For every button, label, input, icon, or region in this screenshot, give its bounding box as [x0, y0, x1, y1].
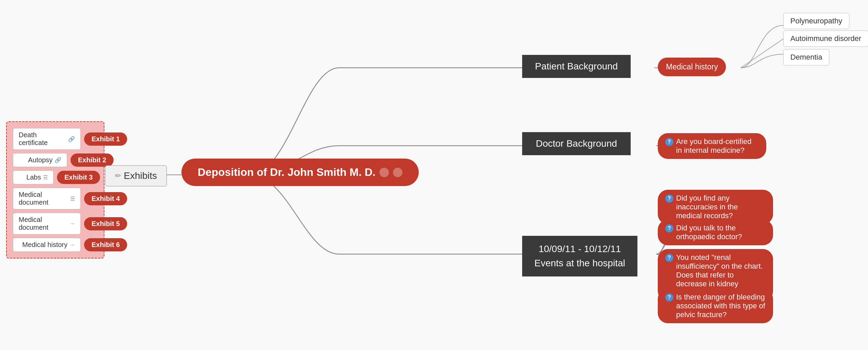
question-icon-4: ?: [665, 293, 673, 302]
link-icon-2: 🔗: [55, 157, 61, 163]
hospital-question-2[interactable]: ? Did you talk to the orthopaedic doctor…: [658, 220, 773, 245]
hospital-question-1[interactable]: ? Did you find any inaccuracies in the m…: [658, 190, 773, 224]
exhibit-row-2: Autopsy 🔗 Exhibit 2: [13, 153, 98, 167]
medical-item-autoimmune: Autoimmune disorder: [783, 30, 868, 47]
hospital-question-4[interactable]: ? Is there danger of bleeding associated…: [658, 289, 773, 323]
exhibit-row-5: Medical document → Exhibit 5: [13, 213, 98, 234]
svg-line-1: [741, 39, 783, 68]
exhibit-badge-3[interactable]: Exhibit 3: [57, 171, 100, 184]
arrow-icon-5: →: [70, 221, 75, 227]
question-icon-doctor: ?: [665, 138, 673, 146]
exhibit-badge-2[interactable]: Exhibit 2: [71, 153, 114, 167]
exhibit-row-4: Medical document ☰ Exhibit 4: [13, 188, 98, 209]
patient-background-node: Patient Background: [522, 55, 631, 78]
exhibit-badge-4[interactable]: Exhibit 4: [84, 192, 127, 205]
doctor-background-node: Doctor Background: [522, 132, 631, 155]
question-icon-1: ?: [665, 194, 673, 203]
link-icon-1: 🔗: [68, 136, 75, 142]
central-icon1: [379, 168, 389, 177]
exhibit-row-3: Labs ☰ Exhibit 3: [13, 170, 98, 184]
medical-item-polyneuropathy: Polyneuropathy: [783, 13, 849, 29]
doctor-question-pill[interactable]: ? Are you board-certified in internal me…: [658, 133, 766, 159]
central-label: Deposition of Dr. John Smith M. D.: [198, 166, 375, 179]
list-icon-4: ☰: [70, 195, 75, 202]
medical-history-pill[interactable]: Medical history: [658, 58, 726, 76]
central-node[interactable]: Deposition of Dr. John Smith M. D.: [181, 159, 419, 186]
exhibit-row-6: Medical history → Exhibit 6: [13, 238, 98, 252]
exhibit-doc-2: Autopsy 🔗: [13, 153, 67, 167]
question-icon-2: ?: [665, 224, 673, 232]
hospital-events-node: 10/09/11 - 10/12/11 Events at the hospit…: [522, 236, 637, 276]
exhibit-doc-5: Medical document →: [13, 213, 81, 234]
pencil-icon: ✏: [115, 171, 121, 180]
central-icon2: [393, 168, 402, 177]
exhibit-row-1: Death certificate 🔗 Exhibit 1: [13, 128, 98, 150]
list-icon-3: ☰: [43, 174, 48, 181]
exhibit-doc-4: Medical document ☰: [13, 188, 81, 209]
exhibit-badge-1[interactable]: Exhibit 1: [84, 132, 127, 146]
exhibits-label: ✏ Exhibits: [105, 165, 167, 186]
exhibits-panel: Death certificate 🔗 Exhibit 1 Autopsy 🔗 …: [6, 121, 104, 259]
arrow-icon-6: →: [70, 242, 75, 248]
exhibit-doc-3: Labs ☰: [13, 170, 54, 184]
medical-item-dementia: Dementia: [783, 49, 829, 65]
exhibit-badge-6[interactable]: Exhibit 6: [84, 238, 127, 251]
exhibit-badge-5[interactable]: Exhibit 5: [84, 217, 127, 230]
question-icon-3: ?: [665, 254, 673, 262]
exhibit-doc-6: Medical history →: [13, 238, 81, 252]
exhibit-doc-1: Death certificate 🔗: [13, 128, 81, 150]
